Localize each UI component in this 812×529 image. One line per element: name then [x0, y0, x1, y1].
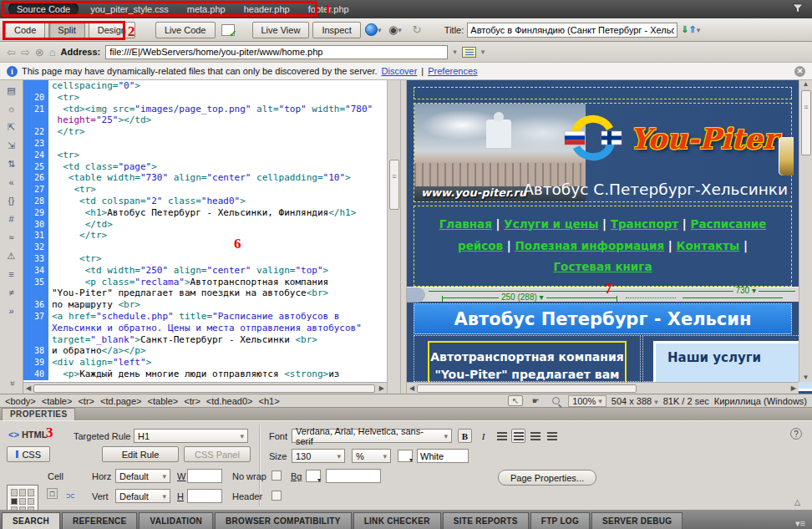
forward-icon[interactable]: ⇨ [21, 46, 30, 58]
tag-selector-item[interactable]: <body> [5, 396, 36, 406]
balance-braces-icon[interactable]: {} [4, 194, 19, 207]
window-size-select[interactable]: 504 x 388 ▾ [612, 396, 658, 406]
file-transfer-icon[interactable]: ⇓⇑▾ [681, 24, 700, 35]
view-splitter[interactable] [400, 80, 407, 394]
highlight-invalid-code-icon[interactable]: ≈ [4, 231, 19, 244]
font-select[interactable]: Verdana, Arial, Helvetica, sans-serif▾ [292, 429, 452, 443]
services-cell[interactable]: Наши услуги [642, 335, 812, 382]
remove-comment-icon[interactable]: ≠ [4, 286, 19, 299]
apply-comment-icon[interactable]: ≡ [4, 267, 19, 281]
expand-all-icon[interactable]: ⇅ [4, 157, 19, 170]
indent-code-icon[interactable]: » [4, 304, 19, 318]
site-nav-link[interactable]: Транспорт [611, 217, 678, 231]
refresh-icon[interactable]: ↻ [408, 23, 426, 38]
address-dropdown-icon[interactable]: ▾ [453, 48, 457, 56]
zoom-tool-icon[interactable] [548, 395, 563, 406]
scroll-right-icon[interactable]: ▶ [377, 384, 387, 392]
results-tab-server-debug[interactable]: SERVER DEBUG [591, 512, 683, 529]
check-browser-compatibility-icon[interactable] [219, 23, 237, 38]
results-tab-ftp-log[interactable]: FTP LOG [530, 512, 590, 529]
cell-height-input[interactable] [187, 489, 222, 503]
tag-selector-item[interactable]: <td.page> [100, 396, 142, 406]
align-left-button[interactable] [495, 429, 509, 443]
help-icon[interactable]: ? [790, 428, 802, 440]
magnification-select[interactable]: 100%▾ [568, 395, 606, 407]
size-unit-select[interactable]: %▾ [352, 449, 391, 463]
split-cell-icon[interactable]: ⫗ [63, 488, 78, 502]
tag-selector-item[interactable]: <h1> [259, 396, 280, 406]
address-input[interactable] [105, 45, 448, 59]
select-parent-tag-icon[interactable]: « [4, 175, 19, 189]
tag-selector-item[interactable]: <table> [148, 396, 179, 406]
header-checkbox[interactable] [272, 491, 282, 501]
back-icon[interactable]: ⇦ [7, 46, 16, 58]
css-panel-button[interactable]: CSS Panel [184, 446, 251, 462]
text-color-input[interactable] [417, 449, 469, 463]
results-tab-search[interactable]: SEARCH [2, 512, 60, 529]
home-icon[interactable]: ⌂ [49, 46, 56, 58]
code-navigator-icon[interactable]: ☼ [4, 102, 19, 115]
bg-color-swatch[interactable] [306, 470, 321, 482]
line-numbers-icon[interactable]: # [4, 212, 19, 226]
live-code-button[interactable]: Live Code [155, 22, 216, 38]
horz-select[interactable]: Default▾ [115, 469, 170, 483]
discover-link[interactable]: Discover [382, 66, 418, 76]
syntax-error-alerts-icon[interactable]: ⚠ [4, 249, 19, 262]
collapse-full-tag-icon[interactable]: ⇱ [4, 120, 19, 134]
results-tab-site-reports[interactable]: SITE REPORTS [443, 512, 529, 529]
view-options-icon[interactable] [462, 47, 476, 58]
design-view[interactable]: www.you-piter.ru You-Piter Автобус [407, 80, 812, 394]
live-view-button[interactable]: Live View [252, 22, 310, 38]
bold-button[interactable]: B [458, 429, 472, 443]
table-width-bar[interactable]: 730 ▾ 250 (288) ▾ [407, 287, 799, 302]
site-nav-link[interactable]: Полезная информация [515, 239, 665, 252]
vert-select[interactable]: Default▾ [115, 489, 170, 503]
page-title-input[interactable] [467, 23, 678, 38]
targeted-rule-select[interactable]: H1▾ [134, 429, 248, 443]
html-mode-button[interactable]: <> HTML [8, 430, 47, 440]
align-justify-button[interactable] [545, 429, 559, 443]
collapse-toolbar-icon[interactable]: « [5, 376, 18, 391]
site-nav-link[interactable]: Услуги и цены [504, 217, 598, 231]
site-nav-link[interactable]: Гостевая книга [554, 260, 652, 273]
hand-tool-icon[interactable]: ☛ [528, 395, 543, 406]
css-mode-button[interactable]: CSS [7, 446, 50, 462]
tag-selector-item[interactable]: <tr> [78, 396, 94, 406]
page-heading[interactable]: Автобус Петербург - Хельсин [414, 303, 792, 334]
scroll-right-icon[interactable]: ▶ [789, 384, 799, 392]
size-select[interactable]: 130▾ [292, 449, 345, 463]
site-banner[interactable]: www.you-piter.ru You-Piter Автобус [414, 103, 792, 202]
tag-selector-item[interactable]: <tr> [184, 396, 200, 406]
table-widget-tab[interactable] [407, 287, 425, 303]
site-nav-link[interactable]: Главная [439, 217, 492, 231]
stop-icon[interactable]: ⊗ [35, 46, 44, 58]
results-tab-reference[interactable]: REFERENCE [62, 512, 137, 529]
edit-rule-button[interactable]: Edit Rule [102, 446, 179, 462]
code-view[interactable]: cellspacing="0">20 <tr>21 <td><img src="… [23, 80, 387, 382]
inspect-button[interactable]: Inspect [312, 22, 360, 38]
column-width-menu[interactable]: 250 (288) ▾ [499, 293, 546, 302]
design-top-cell[interactable] [414, 87, 792, 99]
tag-selector-item[interactable]: <td.head0> [206, 396, 253, 406]
promo-cell[interactable]: Автотранспортная компания "You-Piter" пр… [414, 335, 641, 382]
cell-width-input[interactable] [187, 469, 222, 483]
panel-menu-icon[interactable]: ▾≡ [795, 518, 810, 529]
filter-icon[interactable] [792, 3, 804, 15]
table-width-menu[interactable]: 730 ▾ [733, 287, 759, 295]
select-tool-icon[interactable]: ↖ [508, 395, 523, 406]
italic-button[interactable]: I [476, 429, 490, 443]
collapse-selection-icon[interactable]: ⇲ [4, 139, 19, 152]
nowrap-checkbox[interactable] [272, 471, 282, 481]
design-vertical-scrollbar[interactable]: ▲ ▼ [799, 80, 812, 382]
open-documents-icon[interactable]: ▤ [4, 84, 19, 97]
page-properties-button[interactable]: Page Properties... [498, 470, 596, 486]
collapse-panel-icon[interactable]: △ [794, 498, 800, 506]
align-center-button[interactable] [511, 429, 525, 443]
tag-selector-item[interactable]: <table> [42, 396, 73, 406]
merge-cells-icon[interactable]: □ [47, 488, 58, 499]
preferences-link[interactable]: Preferences [428, 66, 477, 76]
text-color-swatch[interactable] [398, 450, 413, 462]
site-nav-link[interactable]: Контакты [677, 239, 740, 252]
scroll-left-icon[interactable]: ◀ [23, 384, 33, 392]
code-horizontal-scrollbar[interactable]: ◀ ▶ [23, 382, 387, 394]
